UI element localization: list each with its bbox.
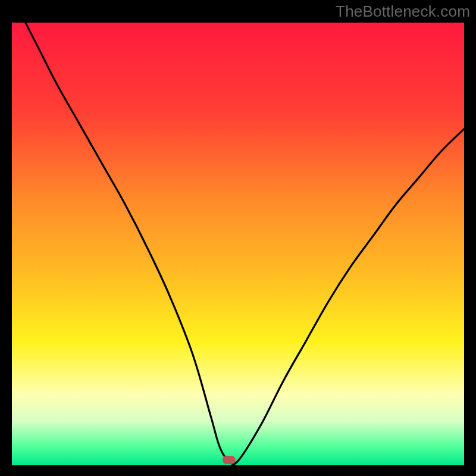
chart-svg (0, 0, 476, 476)
watermark-text: TheBottleneck.com (336, 2, 470, 21)
bottleneck-chart: TheBottleneck.com (0, 0, 476, 476)
minimum-marker (223, 456, 236, 464)
plot-background (12, 23, 464, 465)
